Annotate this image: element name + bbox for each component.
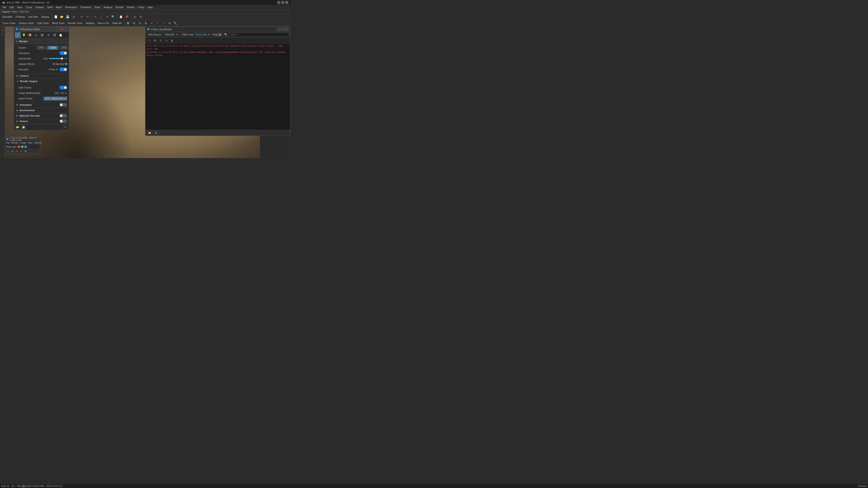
animation-header[interactable]: ▶ Animation: [14, 102, 69, 108]
tab-cplanes[interactable]: CPlanes: [14, 16, 27, 18]
menu-file[interactable]: File: [1, 5, 8, 9]
log-sub-box[interactable]: ⊞: [152, 38, 157, 43]
ae-tb-settings2[interactable]: ⚙: [45, 32, 51, 38]
engine-more[interactable]: ⋮: [69, 46, 71, 49]
tab-drafting[interactable]: Drafting: [84, 22, 96, 25]
render-section-header[interactable]: ▼ Render: [14, 38, 69, 44]
color-dot-blue[interactable]: [24, 146, 27, 148]
denoiser-toggle[interactable]: [59, 68, 67, 71]
tb-t9[interactable]: 🔧: [173, 21, 178, 26]
fb-menu-image[interactable]: Image: [20, 142, 26, 144]
menu-solid[interactable]: Solid: [46, 5, 54, 9]
tb-t6[interactable]: /: [155, 21, 160, 26]
filter-level-arrow[interactable]: ▾: [208, 33, 210, 36]
ae-footer-open[interactable]: 📂: [15, 125, 20, 130]
menu-help[interactable]: Help: [146, 5, 154, 9]
menu-curve[interactable]: Curve: [24, 5, 33, 9]
tb-t5[interactable]: ≡: [149, 21, 154, 26]
menu-surface[interactable]: Surface: [34, 5, 45, 9]
tab-render-tools[interactable]: Render Tools: [66, 22, 84, 25]
image-width[interactable]: 800: [55, 92, 59, 95]
camera-section-header[interactable]: ▶ Camera: [14, 73, 69, 79]
tb-select[interactable]: ↖: [93, 14, 98, 20]
ae-tb-light[interactable]: 💡: [21, 32, 27, 38]
tb-select-window[interactable]: ⬚: [99, 14, 104, 20]
search-input[interactable]: [228, 33, 289, 37]
denoiser-select[interactable]: V-Ray ▾: [49, 68, 67, 71]
render-output-header[interactable]: ▼ Render Output: [14, 79, 69, 84]
tb-redo[interactable]: ↪: [85, 14, 90, 20]
ae-tb-layers[interactable]: 🗂: [33, 32, 39, 38]
tb-t8[interactable]: ⊕: [167, 21, 172, 26]
left-icon-1[interactable]: 1: [0, 27, 4, 32]
tb-new[interactable]: 📄: [53, 14, 59, 20]
tb-t1[interactable]: ▦: [125, 21, 131, 26]
log-sub-select[interactable]: ↖: [147, 38, 152, 43]
ae-footer-save[interactable]: 💾: [21, 125, 26, 130]
ae-tb-render-elem[interactable]: 🖼: [39, 32, 45, 38]
engine-cpu[interactable]: CPU: [36, 46, 45, 50]
log-minimize[interactable]: ─: [277, 28, 281, 31]
environment-header[interactable]: ▶ Environment: [14, 108, 69, 113]
fb-menu-options[interactable]: Options: [34, 142, 41, 144]
color-dot-red[interactable]: [18, 146, 20, 148]
log-sub-rotate[interactable]: ↻: [158, 38, 163, 43]
ae-tb-list[interactable]: 📋: [58, 32, 63, 38]
tab-vray-all[interactable]: VRay All: [111, 22, 123, 25]
tb-paste[interactable]: 📌: [124, 14, 130, 20]
wrap-checkbox[interactable]: ✓: [219, 33, 221, 36]
menu-tools[interactable]: Tools: [93, 5, 102, 9]
fb-tb-2[interactable]: ⊞: [10, 149, 14, 153]
tb-deselect[interactable]: ✕: [104, 14, 110, 20]
menu-mesh[interactable]: Mesh: [55, 5, 63, 9]
log-sub-left[interactable]: ◁: [164, 38, 169, 43]
menu-edit[interactable]: Edit: [8, 5, 15, 9]
menu-render[interactable]: Render: [114, 5, 125, 9]
log-sub-trash[interactable]: 🗑: [169, 38, 175, 43]
fb-menu-view[interactable]: View: [28, 142, 33, 144]
animation-toggle[interactable]: [59, 103, 67, 106]
menu-dimension[interactable]: Dimension: [64, 5, 78, 9]
tab-mesh-tools[interactable]: Mesh Tools: [51, 22, 66, 25]
left-icon-arrow[interactable]: ↖: [0, 32, 4, 36]
menu-view[interactable]: View: [16, 5, 24, 9]
tb-t3[interactable]: ⊟: [137, 21, 143, 26]
engine-rtx[interactable]: RTX: [60, 46, 68, 50]
tb-t4[interactable]: ⊠: [143, 21, 149, 26]
tab-standard[interactable]: Standard: [1, 16, 14, 18]
log-footer-clear[interactable]: 🗑: [154, 131, 159, 135]
maximize-button[interactable]: □: [281, 1, 284, 4]
tb-t7[interactable]: \: [161, 21, 166, 26]
menu-vray[interactable]: V-Ray: [136, 5, 146, 9]
safe-frame-toggle[interactable]: [59, 86, 67, 89]
material-override-toggle[interactable]: [59, 114, 67, 118]
interactive-toggle[interactable]: [59, 51, 67, 55]
ae-tb-anim[interactable]: 🎬: [52, 32, 57, 38]
fb-menu-file[interactable]: File: [6, 142, 10, 144]
engine-cuda[interactable]: CUDA: [48, 46, 58, 50]
ae-footer-reset[interactable]: ↺: [63, 125, 68, 130]
tb-undo[interactable]: ↩: [79, 14, 84, 20]
ae-tb-settings[interactable]: ⚙: [15, 32, 21, 38]
tb-t2[interactable]: ⊞: [131, 21, 137, 26]
aspect-ratio-dropdown[interactable]: 16:9 - Widescreen ▾: [43, 97, 67, 100]
material-override-header[interactable]: ▶ Material Override: [14, 113, 69, 118]
menu-panels[interactable]: Panels: [126, 5, 136, 9]
menu-transform[interactable]: Transform: [79, 5, 93, 9]
menu-analyze[interactable]: Analyze: [102, 5, 114, 9]
interactivity-track[interactable]: [49, 58, 67, 59]
image-height[interactable]: 450: [60, 92, 64, 95]
filter-dropdown-arrow[interactable]: ▾: [177, 33, 178, 36]
fb-menu-render[interactable]: Render: [11, 142, 19, 144]
tab-display[interactable]: Display: [40, 16, 51, 18]
fb-tb-3[interactable]: ↻: [15, 149, 19, 153]
tb-save[interactable]: 💾: [65, 14, 70, 20]
log-close[interactable]: ✕: [285, 28, 289, 31]
ae-tb-material[interactable]: 📦: [27, 32, 33, 38]
tab-surface-tools[interactable]: Surface Tools: [17, 22, 35, 25]
tab-curve-tools[interactable]: Curve Tools: [1, 22, 17, 25]
filter-show-all[interactable]: Show All: [164, 33, 175, 36]
tab-new-v6[interactable]: New in V6: [96, 22, 110, 25]
tab-set-view[interactable]: Set View: [27, 16, 39, 18]
tb-print[interactable]: 🖨: [71, 14, 76, 20]
